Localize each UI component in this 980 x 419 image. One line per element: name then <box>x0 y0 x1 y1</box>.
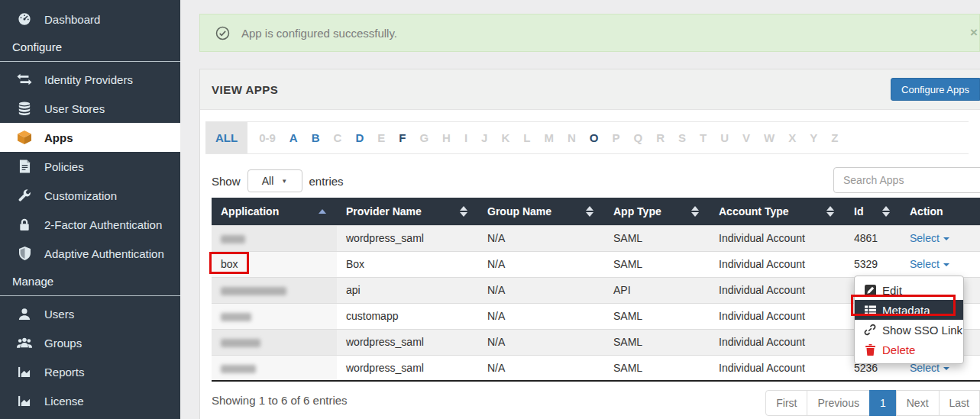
filter-x[interactable]: X <box>788 131 796 144</box>
filter-t[interactable]: T <box>700 131 707 144</box>
filter-i[interactable]: I <box>464 131 467 144</box>
cell-application <box>212 225 337 251</box>
filter-u[interactable]: U <box>720 131 729 144</box>
chevron-down-icon <box>943 367 949 370</box>
cell-application <box>212 355 337 381</box>
sidebar-item-label: User Stores <box>44 102 105 115</box>
menu-item-metadata[interactable]: Metadata <box>855 300 963 320</box>
column-header-account-type[interactable]: Account Type <box>710 198 845 225</box>
cell-group-name: N/A <box>478 225 604 251</box>
sidebar-item-customization[interactable]: Customization <box>0 181 180 210</box>
cell-account-type: Individual Account <box>710 355 845 381</box>
redacted-text <box>221 365 256 373</box>
menu-item-label: Edit <box>882 284 902 297</box>
column-header-id[interactable]: Id <box>845 198 901 225</box>
menu-item-show-sso-link[interactable]: Show SSO Link <box>855 320 963 340</box>
cell-provider-name: Box <box>337 251 478 277</box>
sidebar-item-reports[interactable]: Reports <box>0 357 180 386</box>
user-stores-icon <box>16 102 33 115</box>
filter-c[interactable]: C <box>334 131 342 144</box>
filter-o[interactable]: O <box>590 131 599 144</box>
menu-item-delete[interactable]: Delete <box>855 340 963 359</box>
sidebar-item-label: Groups <box>44 337 82 350</box>
cell-app-type: SAML <box>604 225 710 251</box>
filter-a[interactable]: A <box>289 131 298 144</box>
sidebar-item-label: Adaptive Authentication <box>44 247 164 260</box>
filter-f[interactable]: F <box>399 131 406 144</box>
select-dropdown[interactable]: Select <box>910 232 949 244</box>
cell-application: box <box>212 251 337 277</box>
cell-provider-name: wordpress_saml <box>337 225 478 251</box>
cell-group-name: N/A <box>478 303 604 329</box>
column-header-application[interactable]: Application <box>212 198 337 225</box>
filter-r[interactable]: R <box>656 131 665 144</box>
chart-icon <box>16 366 33 378</box>
page-size-select[interactable]: All ▼ <box>247 169 302 192</box>
menu-item-label: Delete <box>882 343 915 356</box>
column-header-group-name[interactable]: Group Name <box>478 198 604 225</box>
filter-n[interactable]: N <box>568 131 576 144</box>
search-input[interactable] <box>833 167 980 193</box>
table-row: wordpress_saml N/A SAML Individual Accou… <box>212 225 980 251</box>
cell-account-type: Individual Account <box>710 329 845 355</box>
pagination-next[interactable]: Next <box>896 390 940 416</box>
policies-icon <box>16 160 33 173</box>
filter-0-9[interactable]: 0-9 <box>259 131 276 144</box>
filter-y[interactable]: Y <box>810 131 817 144</box>
pagination-first[interactable]: First <box>765 390 807 416</box>
sort-both-icon <box>460 206 467 217</box>
filter-e[interactable]: E <box>377 131 385 144</box>
sidebar-item-groups[interactable]: Groups <box>0 328 180 357</box>
close-icon[interactable]: × <box>970 25 978 40</box>
entries-control: Show All ▼ entries <box>212 169 344 193</box>
sidebar-item-identity-providers[interactable]: Identity Providers <box>0 65 180 94</box>
sidebar-item-apps[interactable]: Apps <box>0 123 180 152</box>
filter-p[interactable]: P <box>612 131 619 144</box>
sidebar-item-dashboard[interactable]: Dashboard <box>0 5 180 34</box>
pagination-page-1[interactable]: 1 <box>869 390 897 416</box>
apps-icon <box>16 130 33 145</box>
sidebar-item-user-stores[interactable]: User Stores <box>0 94 180 123</box>
filter-q[interactable]: Q <box>634 131 643 144</box>
filter-g[interactable]: G <box>419 131 429 144</box>
select-action-menu: Edit Metadata Show SSO Link Delete <box>854 276 964 364</box>
entries-label: entries <box>309 175 344 188</box>
sidebar-item-policies[interactable]: Policies <box>0 152 180 181</box>
pagination-last[interactable]: Last <box>939 390 980 416</box>
filter-l[interactable]: L <box>523 131 530 144</box>
cell-group-name: N/A <box>478 329 604 355</box>
view-apps-panel: VIEW APPS Configure Apps ALL 0-9 A B C D… <box>199 69 980 419</box>
filter-z[interactable]: Z <box>831 131 838 144</box>
edit-icon <box>864 285 876 296</box>
filter-w[interactable]: W <box>764 131 775 144</box>
filter-h[interactable]: H <box>442 131 451 144</box>
sidebar-item-users[interactable]: Users <box>0 299 180 328</box>
configure-apps-button[interactable]: Configure Apps <box>891 78 980 101</box>
filter-m[interactable]: M <box>544 131 554 144</box>
pagination-previous[interactable]: Previous <box>807 390 869 416</box>
alphabet-filter: ALL 0-9 A B C D E F G H I J K L M N O P … <box>205 121 969 154</box>
sidebar-item-label: Dashboard <box>44 13 100 26</box>
column-header-provider-name[interactable]: Provider Name <box>337 198 478 225</box>
filter-d[interactable]: D <box>355 131 364 144</box>
filter-k[interactable]: K <box>501 131 509 144</box>
sidebar-item-2fa[interactable]: 2-Factor Authentication <box>0 210 180 239</box>
redacted-text <box>221 287 286 295</box>
chevron-down-icon <box>943 237 949 240</box>
sidebar-item-license[interactable]: License <box>0 386 180 415</box>
column-header-app-type[interactable]: App Type <box>604 198 710 225</box>
cell-group-name: N/A <box>478 355 604 381</box>
sidebar-section-configure: Configure <box>0 34 180 61</box>
menu-item-edit[interactable]: Edit <box>855 280 963 300</box>
select-dropdown[interactable]: Select <box>910 258 949 270</box>
filter-b[interactable]: B <box>312 131 320 144</box>
filter-s[interactable]: S <box>678 131 686 144</box>
filter-j[interactable]: J <box>481 131 487 144</box>
cell-provider-name: wordpress_saml <box>337 355 478 381</box>
sidebar-item-label: Users <box>44 308 74 321</box>
filter-all[interactable]: ALL <box>205 122 247 153</box>
sidebar-item-adaptive-auth[interactable]: Adaptive Authentication <box>0 239 180 268</box>
cell-app-type: SAML <box>604 329 710 355</box>
filter-v[interactable]: V <box>742 131 750 144</box>
show-label: Show <box>212 175 241 188</box>
